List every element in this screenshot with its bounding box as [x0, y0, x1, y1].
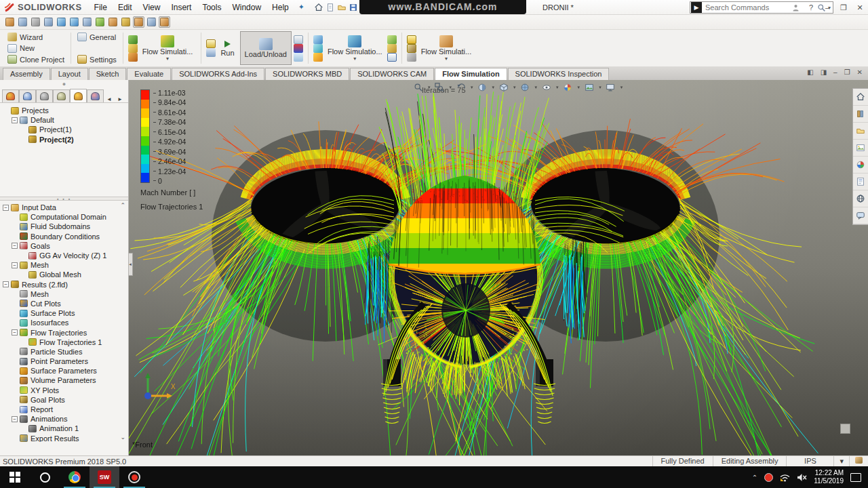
edit-component-icon[interactable]	[4, 16, 16, 28]
large-assembly-mode-icon[interactable]	[159, 16, 170, 28]
scroll-down-icon[interactable]: ⌄	[120, 434, 125, 441]
report-icon[interactable]	[387, 53, 397, 62]
volume-muted-icon[interactable]	[797, 473, 807, 482]
tree-item-xy-plots[interactable]: XY Plots	[0, 386, 128, 395]
assembly-features-icon[interactable]	[81, 16, 93, 28]
tree-item-export-results[interactable]: Export Results	[0, 434, 128, 443]
edit-appearance-icon[interactable]	[562, 81, 574, 93]
tree-item-projects[interactable]: Projects	[0, 106, 128, 115]
manager-tab-dimxpert-manager[interactable]	[53, 89, 70, 102]
apply-scene-caret-icon[interactable]: ▾	[598, 85, 601, 90]
taskbar-chrome[interactable]	[60, 466, 90, 488]
appearances-scenes-icon[interactable]	[853, 157, 868, 174]
tree-item-input-data[interactable]: −Input Data	[0, 203, 128, 212]
pin-menu-icon[interactable]: ✦	[294, 3, 309, 12]
scroll-up-icon[interactable]: ⌃	[120, 202, 125, 209]
doc-minimize-button[interactable]: –	[833, 68, 837, 76]
status-caret-icon[interactable]: ▾	[833, 456, 849, 467]
help-icon[interactable]: ?	[806, 3, 816, 12]
viewport-resize-grip[interactable]	[840, 424, 850, 434]
clone-project-button[interactable]: Clone Project	[5, 54, 66, 64]
tree-item-surface-plots[interactable]: Surface Plots	[0, 308, 128, 318]
tree-item-flow-trajectories-1[interactable]: Flow Trajectories 1	[0, 338, 128, 347]
move-component-icon[interactable]	[68, 16, 80, 28]
manager-tab-property-manager[interactable]	[19, 89, 36, 102]
search-scope-icon[interactable]: ▶	[691, 2, 702, 13]
expander-icon[interactable]: −	[12, 329, 18, 336]
menu-view[interactable]: View	[138, 0, 166, 15]
general-settings-row1[interactable]: General	[75, 32, 119, 42]
home-icon[interactable]	[313, 1, 324, 13]
tree-item-animations[interactable]: −Animations	[0, 414, 128, 424]
expander-icon[interactable]: −	[12, 117, 18, 123]
tree-item-goals[interactable]: −Goals	[0, 241, 128, 251]
taskbar-bandicam[interactable]	[119, 466, 149, 488]
view-orientation-icon[interactable]	[498, 81, 509, 93]
pane-left-icon[interactable]: ◧	[807, 68, 813, 76]
solidworks-resources-icon[interactable]	[853, 89, 868, 106]
tab-evaluate[interactable]: Evaluate	[127, 68, 171, 80]
expander-icon[interactable]: −	[12, 262, 18, 268]
lighting-icon[interactable]	[407, 35, 416, 44]
units-selector[interactable]: IPS	[786, 456, 833, 467]
graphics-viewport[interactable]: ◂ 1.11e-039.84e-048.61e-047.38e-046.15e-…	[129, 80, 868, 455]
panel-drag-handle[interactable]: ●	[0, 80, 128, 89]
instant3d-icon[interactable]	[133, 16, 144, 28]
save-results-icon[interactable]	[294, 44, 303, 53]
flow-simulation-dropdown-3[interactable]: Flow Simulati...▾	[417, 35, 476, 62]
minimize-button[interactable]: –	[822, 3, 833, 12]
wizard-button[interactable]: Wizard	[5, 32, 66, 42]
goal-plot-icon[interactable]	[387, 44, 397, 53]
mesh-display-icon[interactable]	[407, 53, 416, 62]
expander-icon[interactable]: −	[12, 416, 18, 422]
manager-tab-configuration-manager[interactable]	[36, 89, 53, 102]
tree-item-point-parameters[interactable]: Point Parameters	[0, 357, 128, 366]
isosurface-icon[interactable]	[313, 53, 323, 62]
run-button[interactable]: Run	[216, 39, 238, 57]
bill-of-materials-icon[interactable]	[107, 16, 119, 28]
zoom-to-fit-icon[interactable]	[412, 81, 424, 93]
smart-fasteners-icon[interactable]	[56, 16, 67, 28]
tab-solidworks-mbd[interactable]: SOLIDWORKS MBD	[265, 68, 349, 80]
tree-item-surface-parameters[interactable]: Surface Parameters	[0, 366, 128, 375]
tab-solidworks-cam[interactable]: SOLIDWORKS CAM	[350, 68, 434, 80]
view-settings-icon[interactable]	[605, 81, 616, 93]
start-button[interactable]	[0, 466, 30, 488]
flow-trajectories-render[interactable]	[129, 80, 868, 455]
tree-item-results-2-fld-[interactable]: −Results (2.fld)	[0, 280, 128, 289]
tree-item-global-mesh[interactable]: Global Mesh	[0, 270, 128, 279]
batch-results-icon[interactable]	[294, 53, 303, 62]
tree-item-volume-parameters[interactable]: Volume Parameters	[0, 375, 128, 385]
load-unload-button[interactable]: Load/Unload	[240, 31, 292, 65]
panel-collapse-tab[interactable]: ◂	[129, 253, 133, 276]
tree-item-project-2-[interactable]: Project(2)	[0, 135, 128, 144]
tree-item-flow-trajectories[interactable]: −Flow Trajectories	[0, 327, 128, 337]
tab-solidworks-add-ins[interactable]: SOLIDWORKS Add-Ins	[172, 68, 264, 80]
close-button[interactable]: ✕	[854, 3, 865, 12]
manager-tab-flow-simulation-manager[interactable]	[70, 89, 87, 102]
tree-item-boundary-conditions[interactable]: Boundary Conditions	[0, 232, 128, 241]
general-settings-row2[interactable]: Settings	[75, 54, 119, 64]
geometry-display-icon[interactable]	[407, 44, 416, 53]
menu-tools[interactable]: Tools	[197, 0, 226, 15]
tree-item-gg-av-velocity-z-1[interactable]: GG Av Velocity (Z) 1	[0, 251, 128, 260]
tree-item-project-1-[interactable]: Project(1)	[0, 125, 128, 134]
previous-view-icon[interactable]	[455, 81, 467, 93]
tabs-scroll-right-icon[interactable]: ►	[115, 96, 125, 102]
tab-assembly[interactable]: Assembly	[3, 68, 50, 80]
tree-item-particle-studies[interactable]: Particle Studies	[0, 347, 128, 357]
surface-plot-icon[interactable]	[313, 44, 323, 53]
tree-item-mesh[interactable]: −Mesh	[0, 260, 128, 270]
conditions-icon-2[interactable]	[128, 44, 138, 53]
flow-simulation-dropdown-1[interactable]: Flow Simulati...▾	[138, 35, 197, 62]
tag-icon[interactable]	[849, 456, 868, 467]
tree-item-report[interactable]: Report	[0, 405, 128, 414]
doc-close-button[interactable]: ✕	[857, 68, 863, 76]
open-icon[interactable]	[336, 1, 347, 13]
tab-layout[interactable]: Layout	[51, 68, 88, 80]
solve-settings-icon[interactable]	[206, 48, 216, 57]
cut-plot-icon[interactable]	[313, 35, 323, 44]
expander-icon[interactable]: −	[12, 243, 18, 249]
tree-item-isosurfaces[interactable]: Isosurfaces	[0, 318, 128, 327]
tab-sketch[interactable]: Sketch	[89, 68, 127, 80]
